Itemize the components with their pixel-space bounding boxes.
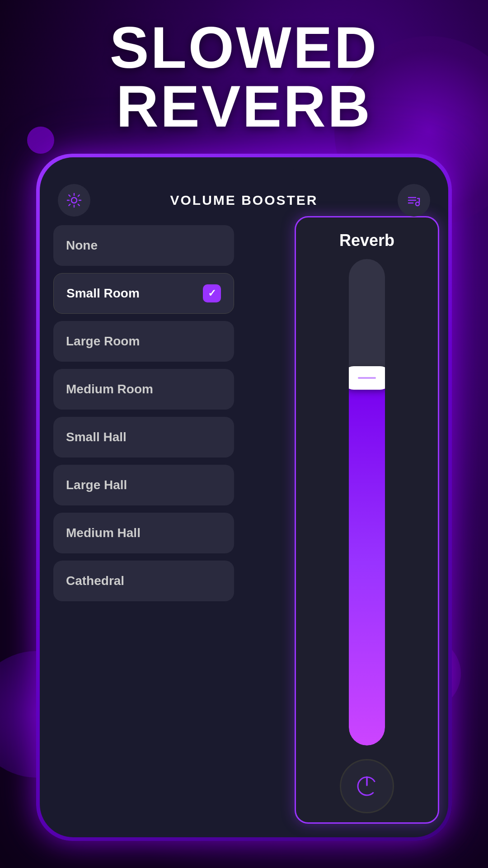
reverb-panel-title: Reverb (339, 231, 394, 250)
slider-thumb-indicator (358, 377, 376, 379)
header-title: VOLUME BOOSTER (170, 193, 318, 208)
list-item-label-small-room: Small Room (66, 286, 140, 301)
list-item-label-large-room: Large Room (66, 334, 140, 349)
title-line1: SLOWED (0, 18, 488, 77)
reverb-slider-track[interactable] (349, 259, 385, 745)
reverb-list: NoneSmall Room✓Large RoomMedium RoomSmal… (53, 225, 234, 824)
list-item-cathedral[interactable]: Cathedral (53, 561, 234, 601)
settings-button[interactable] (58, 184, 90, 217)
reverb-slider-thumb[interactable] (349, 366, 385, 390)
phone-inner: VOLUME BOOSTER NoneSmall Room✓Large Room… (40, 157, 448, 837)
gear-icon (66, 192, 82, 208)
list-item-label-medium-hall: Medium Hall (66, 526, 141, 540)
list-item-large-hall[interactable]: Large Hall (53, 465, 234, 505)
list-item-large-room[interactable]: Large Room (53, 321, 234, 362)
reverb-slider-container (344, 259, 389, 745)
title-line2: REVERB (0, 77, 488, 136)
music-list-icon (406, 192, 422, 208)
check-box-small-room: ✓ (203, 284, 221, 302)
reverb-panel: Reverb (295, 216, 439, 824)
list-item-label-small-hall: Small Hall (66, 430, 127, 444)
list-item-small-room[interactable]: Small Room✓ (53, 273, 234, 314)
title-section: SLOWED REVERB (0, 18, 488, 136)
svg-point-4 (416, 202, 419, 206)
list-item-small-hall[interactable]: Small Hall (53, 417, 234, 458)
list-item-label-cathedral: Cathedral (66, 574, 124, 588)
list-item-label-large-hall: Large Hall (66, 478, 127, 492)
music-list-button[interactable] (398, 184, 430, 217)
power-icon (353, 773, 380, 800)
phone-mockup: VOLUME BOOSTER NoneSmall Room✓Large Room… (36, 154, 452, 841)
list-item-label-none: None (66, 238, 98, 253)
app-header: VOLUME BOOSTER (40, 180, 448, 221)
list-item-label-medium-room: Medium Room (66, 382, 153, 396)
list-item-medium-room[interactable]: Medium Room (53, 369, 234, 410)
list-item-none[interactable]: None (53, 225, 234, 266)
reverb-slider-fill (349, 381, 385, 745)
phone-notch (194, 157, 294, 180)
phone-outer-border: VOLUME BOOSTER NoneSmall Room✓Large Room… (36, 154, 452, 841)
power-button[interactable] (340, 759, 394, 813)
check-mark: ✓ (208, 288, 216, 299)
svg-point-0 (71, 198, 77, 203)
list-item-medium-hall[interactable]: Medium Hall (53, 513, 234, 553)
